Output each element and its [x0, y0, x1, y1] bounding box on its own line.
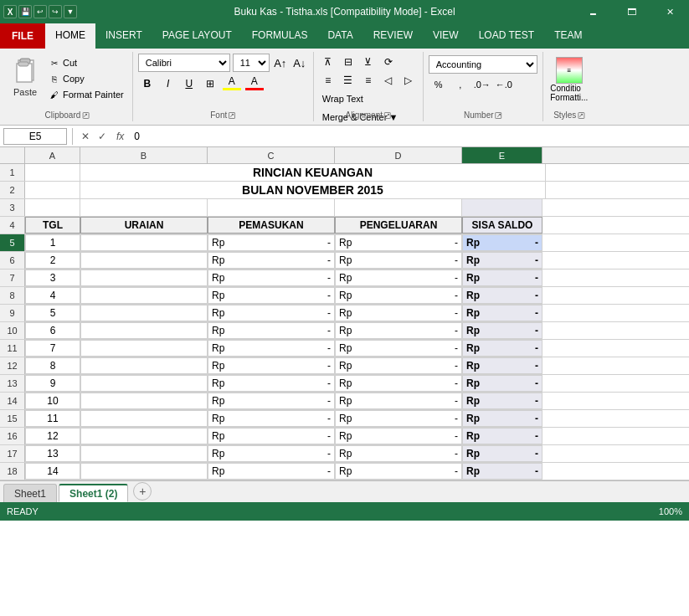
border-button[interactable]: ⊞: [201, 74, 219, 93]
col-header-d[interactable]: D: [335, 147, 462, 163]
cell-e14[interactable]: Rp-: [462, 393, 542, 409]
name-box[interactable]: [3, 128, 67, 145]
tab-team[interactable]: TEAM: [544, 23, 592, 49]
cell-a13[interactable]: 9: [25, 375, 80, 392]
cell-c7[interactable]: Rp-: [208, 270, 335, 286]
row-header-3[interactable]: 3: [0, 199, 25, 216]
cell-e7[interactable]: Rp-: [462, 270, 542, 286]
cell-e15[interactable]: Rp-: [462, 410, 542, 427]
cancel-formula-button[interactable]: ✕: [78, 129, 93, 144]
cell-b17[interactable]: [80, 445, 208, 462]
undo-icon[interactable]: ↩: [33, 5, 47, 18]
cell-b15[interactable]: [80, 410, 208, 427]
cell-a8[interactable]: 4: [25, 287, 80, 304]
row-header-16[interactable]: 16: [0, 428, 25, 444]
conditional-formatting-button[interactable]: ≡ ConditioFormatti...: [548, 54, 590, 104]
decrease-indent-button[interactable]: ◁: [379, 72, 398, 89]
cell-b9[interactable]: [80, 305, 208, 321]
cell-a17[interactable]: 13: [25, 445, 80, 462]
col-header-a[interactable]: A: [25, 147, 80, 163]
cell-a15[interactable]: 11: [25, 410, 80, 427]
cell-a1[interactable]: [25, 164, 80, 181]
styles-expand[interactable]: ↗: [578, 112, 584, 119]
cell-b11[interactable]: [80, 340, 208, 357]
sheet-tab-1[interactable]: Sheet1: [3, 484, 57, 502]
cut-button[interactable]: ✂ Cut: [45, 55, 127, 70]
redo-icon[interactable]: ↪: [49, 5, 62, 18]
cell-e13[interactable]: Rp-: [462, 375, 542, 392]
cell-merged-title1[interactable]: RINCIAN KEUANGAN: [80, 164, 546, 181]
cell-b10[interactable]: [80, 322, 208, 339]
tab-formulas[interactable]: FORMULAS: [242, 23, 318, 49]
cell-b14[interactable]: [80, 393, 208, 409]
sheet-tab-2[interactable]: Sheet1 (2): [59, 484, 128, 502]
cell-b6[interactable]: [80, 252, 208, 269]
cell-d4[interactable]: PENGELUARAN: [335, 217, 462, 234]
percent-button[interactable]: %: [429, 76, 449, 93]
cell-a6[interactable]: 2: [25, 252, 80, 269]
cell-c13[interactable]: Rp-: [208, 375, 335, 392]
paste-button[interactable]: Paste: [7, 54, 44, 104]
number-expand[interactable]: ↗: [496, 112, 502, 119]
row-header-8[interactable]: 8: [0, 287, 25, 304]
cell-d18[interactable]: Rp-: [335, 463, 462, 480]
font-color-button[interactable]: A: [244, 74, 265, 93]
cell-d17[interactable]: Rp-: [335, 445, 462, 462]
cell-a5[interactable]: 1: [25, 234, 80, 251]
font-expand[interactable]: ↗: [229, 112, 235, 119]
tab-page-layout[interactable]: PAGE LAYOUT: [152, 23, 242, 49]
cell-e16[interactable]: Rp-: [462, 428, 542, 444]
tab-home[interactable]: HOME: [45, 23, 95, 49]
cell-c17[interactable]: Rp-: [208, 445, 335, 462]
cell-d12[interactable]: Rp-: [335, 357, 462, 374]
cell-e5[interactable]: Rp-: [462, 234, 542, 251]
customize-icon[interactable]: ▼: [64, 5, 77, 18]
clipboard-expand[interactable]: ↗: [82, 112, 89, 119]
cell-d13[interactable]: Rp-: [335, 375, 462, 392]
alignment-expand[interactable]: ↗: [384, 112, 391, 119]
italic-button[interactable]: I: [159, 74, 177, 93]
close-btn[interactable]: ✕: [650, 0, 689, 23]
cell-c3[interactable]: [208, 199, 335, 216]
row-header-14[interactable]: 14: [0, 393, 25, 409]
cell-b7[interactable]: [80, 270, 208, 286]
cell-d7[interactable]: Rp-: [335, 270, 462, 286]
cell-a18[interactable]: 14: [25, 463, 80, 480]
cell-e17[interactable]: Rp-: [462, 445, 542, 462]
col-header-c[interactable]: C: [208, 147, 335, 163]
cell-c8[interactable]: Rp-: [208, 287, 335, 304]
tab-view[interactable]: VIEW: [423, 23, 469, 49]
cell-b18[interactable]: [80, 463, 208, 480]
align-bottom-button[interactable]: ⊻: [359, 54, 378, 70]
cell-a2[interactable]: [25, 182, 80, 198]
cell-e3[interactable]: [462, 199, 542, 216]
cell-d8[interactable]: Rp-: [335, 287, 462, 304]
text-angle-button[interactable]: ⟳: [379, 54, 398, 70]
cell-e18[interactable]: Rp-: [462, 463, 542, 480]
row-header-5[interactable]: 5: [0, 234, 25, 251]
confirm-formula-button[interactable]: ✓: [95, 129, 110, 144]
increase-indent-button[interactable]: ▷: [399, 72, 418, 89]
cell-c18[interactable]: Rp-: [208, 463, 335, 480]
cell-c16[interactable]: Rp-: [208, 428, 335, 444]
row-header-10[interactable]: 10: [0, 322, 25, 339]
align-middle-button[interactable]: ⊟: [339, 54, 357, 70]
cell-d16[interactable]: Rp-: [335, 428, 462, 444]
row-header-1[interactable]: 1: [0, 164, 25, 181]
tab-review[interactable]: REVIEW: [363, 23, 423, 49]
cell-b4[interactable]: URAIAN: [80, 217, 208, 234]
row-header-15[interactable]: 15: [0, 410, 25, 427]
cell-c15[interactable]: Rp-: [208, 410, 335, 427]
cell-a16[interactable]: 12: [25, 428, 80, 444]
col-header-b[interactable]: B: [80, 147, 208, 163]
cell-a11[interactable]: 7: [25, 340, 80, 357]
wrap-text-button[interactable]: Wrap Text: [319, 90, 367, 107]
cell-e8[interactable]: Rp-: [462, 287, 542, 304]
cell-a3[interactable]: [25, 199, 80, 216]
cell-e12[interactable]: Rp-: [462, 357, 542, 374]
cell-e10[interactable]: Rp-: [462, 322, 542, 339]
row-header-12[interactable]: 12: [0, 357, 25, 374]
font-grow-button[interactable]: A↑: [272, 54, 289, 71]
cell-d9[interactable]: Rp-: [335, 305, 462, 321]
copy-button[interactable]: ⎘ Copy: [45, 71, 127, 86]
